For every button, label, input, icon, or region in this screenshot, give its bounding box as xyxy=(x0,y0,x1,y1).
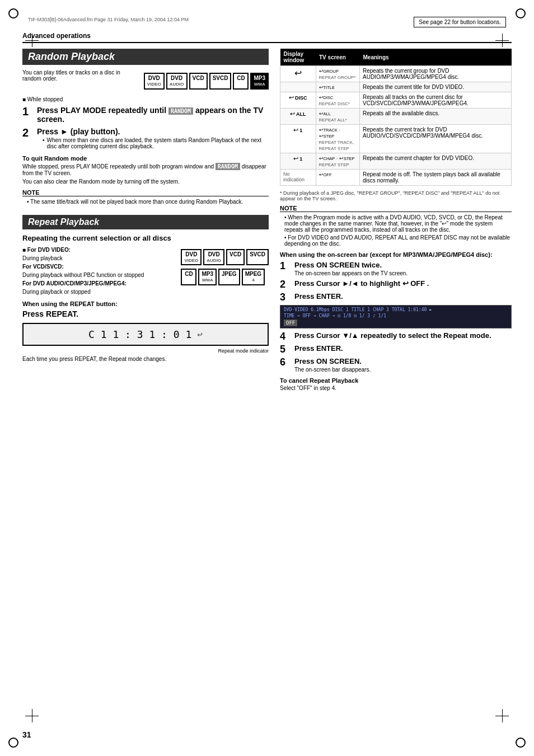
table-row: ↩ ↩GROUP REPEAT GROUP* Repeats the curre… xyxy=(280,66,512,82)
when-using-repeat: When using the REPEAT button: xyxy=(22,300,269,307)
r-step6-sub: The on-screen bar disappears. xyxy=(294,367,512,373)
random-step2-bullet: • When more than one discs are loaded, t… xyxy=(43,137,269,149)
r-step4: 4 Press Cursor ▼/▲ repeatedly to select … xyxy=(280,331,512,341)
press-repeat: Press REPEAT. xyxy=(22,309,269,318)
display-cell: ↩ 1 xyxy=(280,153,316,170)
dvd-bar-off: OFF xyxy=(284,320,297,326)
r-step1-sub: The on-screen bar appears on the TV scre… xyxy=(294,270,512,276)
r-step1-title: Press ON SCREEN twice. xyxy=(294,261,512,269)
random-note-label: NOTE xyxy=(22,189,269,196)
repeat-title: Repeat Playback xyxy=(22,215,269,229)
tv-cell: ↩GROUP REPEAT GROUP* xyxy=(316,66,359,82)
badge-r-vcd: VCD xyxy=(226,249,245,266)
display-cell: Noindication xyxy=(280,170,316,186)
r-step3: 3 Press ENTER. xyxy=(280,292,512,302)
each-press-text: Each time you press REPEAT, the Repeat m… xyxy=(22,356,269,362)
random-badges: DVD VIDEO DVD AUDIO VCD SVCD xyxy=(144,73,269,90)
random-step1: 1 Press PLAY MODE repeatedly until RANDO… xyxy=(22,106,269,124)
display-cell: ↩ DISC xyxy=(280,92,316,109)
repeat-note2: • For DVD VIDEO and DVD AUDIO, REPEAT AL… xyxy=(284,234,512,247)
random-intro: You can play titles or tracks on a disc … xyxy=(22,69,120,82)
col-meanings: Meanings xyxy=(359,49,511,66)
badge-mp3-wma: MP3 WMA xyxy=(250,73,269,90)
quit-title: To quit Random mode xyxy=(22,155,269,162)
badge-r-dvd-video: DVD VIDEO xyxy=(181,249,202,266)
display-cell: ↩ 1 xyxy=(280,125,316,153)
table-row: ↩ 1 ↩CHAP · ↩STEP REPEAT STEP Repeats th… xyxy=(280,153,512,170)
table-row: Noindication ↩OFF Repeat mode is off. Th… xyxy=(280,170,512,186)
dvd-bar-line1: DVD-VIDEO 6.1Mbps DISC 1 TITLE 1 CHAP 3 … xyxy=(284,307,508,312)
r-step6-title: Press ON SCREEN. xyxy=(294,357,512,365)
random-section: Random Playback You can play titles or t… xyxy=(22,49,269,205)
random-step2: 2 Press ► (play button). • When more tha… xyxy=(22,127,269,151)
r-step6: 6 Press ON SCREEN. The on-screen bar dis… xyxy=(280,357,512,373)
meaning-cell: Repeat mode is off. The system plays bac… xyxy=(359,170,511,186)
r-step4-title: Press Cursor ▼/▲ repeatedly to select th… xyxy=(294,331,512,340)
meaning-cell: Repeats the current track for DVD AUDIO/… xyxy=(359,125,511,153)
meaning-cell: Repeats all the available discs. xyxy=(359,109,511,125)
repeat-note1: • When the Program mode is active with a… xyxy=(284,214,512,233)
footnote: * During playback of a JPEG disc, "REPEA… xyxy=(280,190,512,201)
badge-r-mp3-wma: MP3 WMA xyxy=(198,269,217,285)
table-row: ↩ 1 ↩TRACK · ↩STEP REPEAT TRACK, REPEAT … xyxy=(280,125,512,153)
badge-r-svcd: SVCD xyxy=(246,249,269,266)
r-step2: 2 Press Cursor ►/◄ to highlight ↩ OFF . xyxy=(280,279,512,289)
table-row: ↩TITLE Repeats the current title for DVD… xyxy=(280,82,512,92)
repeat-note-label: NOTE xyxy=(280,205,512,212)
col-tv: TV screen xyxy=(316,49,359,66)
badge-r-jpeg: JPEG xyxy=(218,269,240,285)
tv-cell: ↩DISC REPEAT DISC* xyxy=(316,92,359,109)
repeat-table: Display window TV screen Meanings ↩ ↩GRO… xyxy=(280,49,512,186)
meaning-cell: Repeats the current title for DVD VIDEO. xyxy=(359,82,511,92)
badge-svcd: SVCD xyxy=(209,73,232,90)
badge-dvd-video: DVD VIDEO xyxy=(144,73,165,90)
badge-r-dvd-audio: DVD AUDIO xyxy=(203,249,224,266)
meaning-cell: Repeats all tracks on the current disc f… xyxy=(359,92,511,109)
tv-cell: ↩ALL REPEAT ALL* xyxy=(316,109,359,125)
table-row: ↩ ALL ↩ALL REPEAT ALL* Repeats all the a… xyxy=(280,109,512,125)
meaning-cell: Repeats the current chapter for DVD VIDE… xyxy=(359,153,511,170)
table-row: ↩ DISC ↩DISC REPEAT DISC* Repeats all tr… xyxy=(280,92,512,109)
random-step2-title: Press ► (play button). xyxy=(37,127,269,136)
dvd-bar: DVD-VIDEO 6.1Mbps DISC 1 TITLE 1 CHAP 3 … xyxy=(280,305,512,328)
r-step2-title: Press Cursor ►/◄ to highlight ↩ OFF . xyxy=(294,279,512,288)
repeat-conditions: ■ For DVD VIDEO: During playback For VCD… xyxy=(22,246,175,296)
r-step1: 1 Press ON SCREEN twice. The on-screen b… xyxy=(280,261,512,276)
display-cell xyxy=(280,82,316,92)
quit-text3: You can also clear the Random mode by tu… xyxy=(22,179,269,185)
repeat-subtitle: Repeating the current selection or all d… xyxy=(22,234,269,242)
dvd-bar-line2: TIME ↩ OFF ➔ CHAP ➔ ⊡ 1/8 ⊡ 1/ 3 ♪ 1/1 xyxy=(284,313,508,318)
display-box: C 1 1 : 3 1 : 0 1 ↩ xyxy=(22,323,269,346)
repeat-badges: DVD VIDEO DVD AUDIO VCD xyxy=(181,246,269,296)
meaning-cell: Repeats the current group for DVD AUDIO/… xyxy=(359,66,511,82)
random-highlight: RANDOM xyxy=(168,107,193,115)
r-step5: 5 Press ENTER. xyxy=(280,344,512,354)
cancel-text: Select "OFF" in step 4. xyxy=(280,385,512,391)
random-title: Random Playback xyxy=(22,49,269,65)
repeat-section-left: Repeat Playback Repeating the current se… xyxy=(22,215,269,362)
r-step3-title: Press ENTER. xyxy=(294,292,512,300)
repeat-indicator: Repeat mode indicator xyxy=(22,348,269,354)
advanced-ops-label: Advanced operations xyxy=(22,32,512,43)
display-cell: ↩ ALL xyxy=(280,109,316,125)
badge-r-cd: CD xyxy=(181,269,196,285)
badge-r-mpeg4: MPEG 4 xyxy=(242,269,265,285)
tv-cell: ↩CHAP · ↩STEP REPEAT STEP xyxy=(316,153,359,170)
badge-dvd-audio: DVD AUDIO xyxy=(166,73,188,90)
while-stopped: ■ While stopped xyxy=(22,96,269,102)
cancel-title: To cancel Repeat Playback xyxy=(280,377,512,384)
header: TIF-M303[B]-06Advanced.fm Page 31 Friday… xyxy=(22,17,512,27)
random-note-text: • The same title/track will not be playe… xyxy=(27,199,269,205)
display-cell: ↩ xyxy=(280,66,316,82)
see-page-box: See page 22 for button locations. xyxy=(414,17,506,27)
quit-text: While stopped, press PLAY MODE repeatedl… xyxy=(22,163,269,176)
page-number: 31 xyxy=(22,730,31,739)
random-box-quit: RANDOM xyxy=(216,163,240,170)
on-screen-title: When using the on-screen bar (except for… xyxy=(280,251,512,258)
tv-cell: ↩TRACK · ↩STEP REPEAT TRACK, REPEAT STEP xyxy=(316,125,359,153)
badge-cd: CD xyxy=(233,73,249,90)
col-display: Display window xyxy=(280,49,316,66)
random-step1-title: Press PLAY MODE repeatedly until RANDOM … xyxy=(37,106,269,124)
tv-cell: ↩TITLE xyxy=(316,82,359,92)
r-step5-title: Press ENTER. xyxy=(294,344,512,353)
